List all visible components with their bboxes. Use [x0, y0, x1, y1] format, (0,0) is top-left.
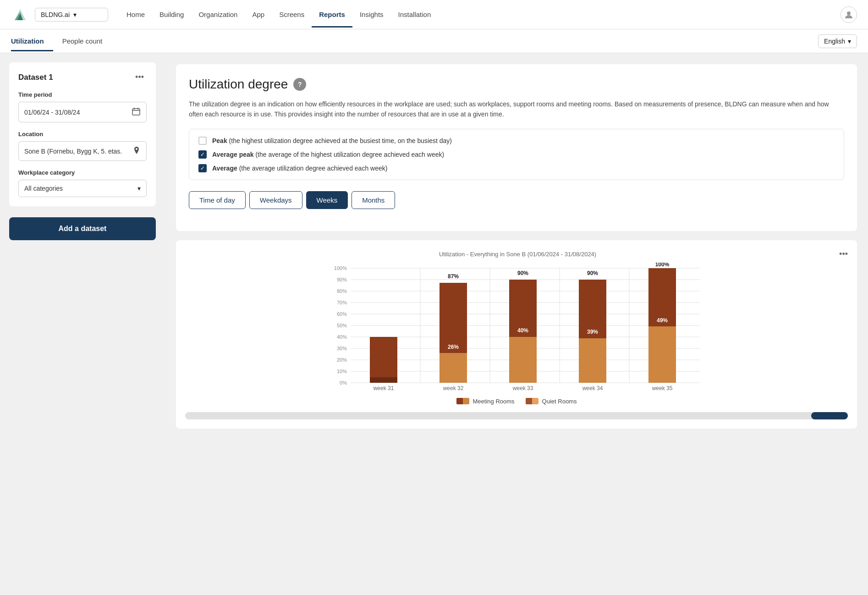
week32-avg-bar: [439, 353, 467, 383]
legend-meeting-rooms: Meeting Rooms: [456, 398, 515, 405]
tab-months[interactable]: Months: [352, 191, 395, 209]
help-icon[interactable]: ?: [293, 78, 306, 91]
nav-home[interactable]: Home: [119, 1, 152, 28]
workplace-category-label: Workplace category: [18, 169, 147, 176]
sidebar: Dataset 1 ••• Time period 01/06/24 - 31/…: [0, 53, 165, 595]
svg-text:30%: 30%: [337, 346, 347, 351]
nav-organization[interactable]: Organization: [191, 1, 245, 28]
add-dataset-button[interactable]: Add a dataset: [9, 217, 156, 240]
svg-text:week 31: week 31: [373, 385, 394, 391]
meeting-rooms-swatch: [456, 398, 469, 404]
svg-text:0%: 0%: [340, 380, 347, 386]
chevron-down-icon: ▾: [137, 185, 141, 192]
peak-label: Peak (the highest utilization degree ach…: [212, 137, 452, 144]
svg-point-9: [136, 148, 137, 150]
language-label: English: [824, 38, 845, 45]
svg-text:100%: 100%: [334, 265, 347, 271]
nav-right: [841, 6, 857, 23]
meeting-rooms-label: Meeting Rooms: [473, 398, 515, 405]
dataset-card: Dataset 1 ••• Time period 01/06/24 - 31/…: [9, 62, 156, 206]
org-select-label: BLDNG.ai: [41, 11, 70, 18]
svg-text:week 32: week 32: [443, 385, 464, 391]
chart-title: Utilization - Everything in Sone B (01/0…: [196, 251, 839, 258]
svg-text:week 34: week 34: [582, 385, 603, 391]
dataset-options-button[interactable]: •••: [132, 72, 147, 83]
page-title: Utilization degree: [189, 77, 288, 92]
chart-scrollbar[interactable]: [185, 412, 848, 419]
svg-text:10%: 10%: [337, 369, 347, 374]
nav-app[interactable]: App: [245, 1, 272, 28]
sub-nav-people-count[interactable]: People count: [62, 31, 112, 51]
category-value: All categories: [24, 185, 63, 192]
time-period-label: Time period: [18, 91, 147, 98]
average-peak-checkbox[interactable]: [198, 150, 207, 159]
svg-text:90%: 90%: [337, 277, 347, 282]
svg-text:80%: 80%: [337, 288, 347, 294]
checkbox-average-peak: Average peak (the average of the highest…: [198, 150, 835, 159]
svg-rect-5: [132, 109, 140, 115]
sub-nav-utilization[interactable]: Utilization: [11, 31, 53, 51]
location-label: Location: [18, 131, 147, 138]
svg-text:40%: 40%: [517, 327, 528, 334]
location-picker[interactable]: Sone B (Fornebu, Bygg K, 5. etas.: [18, 141, 147, 161]
svg-text:20%: 20%: [337, 357, 347, 363]
svg-text:40%: 40%: [337, 334, 347, 340]
top-nav: BLDNG.ai ▾ Home Building Organization Ap…: [0, 0, 868, 29]
svg-text:90%: 90%: [587, 270, 598, 276]
svg-text:39%: 39%: [587, 329, 598, 335]
week35-avg-bar: [648, 326, 676, 383]
legend-quiet-rooms: Quiet Rooms: [526, 398, 577, 405]
content-area: Utilization degree ? The utilization deg…: [165, 53, 868, 595]
peak-checkbox[interactable]: [198, 137, 207, 145]
scroll-thumb[interactable]: [811, 412, 848, 419]
tab-time-of-day[interactable]: Time of day: [189, 191, 246, 209]
svg-text:87%: 87%: [448, 273, 459, 280]
category-select[interactable]: All categories ▾: [18, 180, 147, 197]
average-peak-label: Average peak (the average of the highest…: [212, 151, 444, 158]
nav-insights[interactable]: Insights: [352, 1, 391, 28]
nav-installation[interactable]: Installation: [391, 1, 439, 28]
svg-text:week 35: week 35: [652, 385, 673, 391]
chart-more-button[interactable]: •••: [839, 249, 848, 259]
week33-avg-bar: [509, 337, 537, 383]
average-label: Average (the average utilization degree …: [212, 165, 387, 172]
org-select[interactable]: BLDNG.ai ▾: [35, 8, 108, 22]
language-select[interactable]: English ▾: [818, 34, 857, 48]
svg-text:50%: 50%: [337, 323, 347, 328]
dataset-title: Dataset 1: [18, 73, 53, 82]
checkbox-peak: Peak (the highest utilization degree ach…: [198, 137, 835, 145]
checkbox-average: Average (the average utilization degree …: [198, 164, 835, 172]
nav-links: Home Building Organization App Screens R…: [119, 1, 841, 28]
description-text: The utilization degree is an indication …: [189, 99, 844, 120]
nav-reports[interactable]: Reports: [312, 1, 352, 28]
tab-buttons: Time of day Weekdays Weeks Months: [189, 191, 844, 209]
week31-peak-bar: [370, 337, 397, 383]
week34-avg-bar: [579, 338, 606, 383]
user-avatar[interactable]: [841, 6, 857, 23]
tab-weeks[interactable]: Weeks: [306, 191, 348, 209]
svg-text:week 33: week 33: [512, 385, 533, 391]
tab-weekdays[interactable]: Weekdays: [249, 191, 302, 209]
chevron-down-icon: ▾: [73, 11, 77, 18]
svg-text:26%: 26%: [448, 344, 459, 350]
logo: [11, 6, 29, 24]
date-range-value: 01/06/24 - 31/08/24: [24, 109, 80, 116]
svg-text:90%: 90%: [517, 270, 528, 276]
svg-text:100%: 100%: [655, 263, 670, 268]
week31-avg-bar: [370, 377, 397, 383]
quiet-rooms-label: Quiet Rooms: [542, 398, 577, 405]
chart-svg: 100% 90% 80% 70% 60% 50% 40% 30% 20% 10%…: [185, 263, 848, 391]
chart-legend: Meeting Rooms Quiet Rooms: [185, 398, 848, 405]
calendar-icon: [132, 107, 141, 117]
checkbox-list: Peak (the highest utilization degree ach…: [189, 129, 844, 180]
average-checkbox[interactable]: [198, 164, 207, 172]
date-range-picker[interactable]: 01/06/24 - 31/08/24: [18, 102, 147, 122]
location-value: Sone B (Fornebu, Bygg K, 5. etas.: [24, 148, 122, 155]
nav-screens[interactable]: Screens: [272, 1, 312, 28]
utilization-description-card: Utilization degree ? The utilization deg…: [176, 64, 857, 231]
main-layout: Dataset 1 ••• Time period 01/06/24 - 31/…: [0, 53, 868, 595]
nav-building[interactable]: Building: [152, 1, 191, 28]
chart-header: Utilization - Everything in Sone B (01/0…: [185, 249, 848, 259]
svg-text:49%: 49%: [657, 317, 668, 324]
svg-point-4: [847, 11, 851, 15]
